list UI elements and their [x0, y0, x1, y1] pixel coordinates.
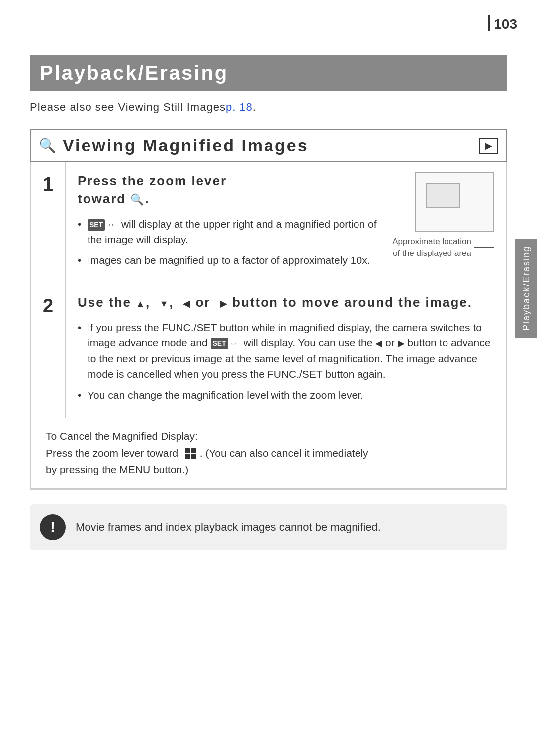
set-badge-2: SET↔: [211, 338, 238, 350]
step-2-bullets: If you press the FUNC./SET button while …: [78, 320, 494, 403]
step-1-bullets: SET↔ will display at the upper right and…: [78, 216, 382, 268]
page-number-bar: [488, 15, 490, 31]
intro-static: Please also see Viewing Still Images: [30, 101, 226, 113]
step-2-bullet-1: If you press the FUNC./SET button while …: [78, 320, 494, 382]
page-container: 103 Playback/Erasing Playback/Erasing Pl…: [0, 0, 537, 756]
cancel-line-3: by pressing the MENU button.): [46, 464, 188, 475]
step-1-text: Press the zoom levertoward 🔍. SET↔ will …: [78, 172, 382, 273]
arrow-right-icon: [220, 295, 228, 310]
step-2-row: 2 Use the , , or button to move around t…: [31, 283, 506, 418]
step-2-bullet-2: You can change the magnification level w…: [78, 387, 494, 403]
zoom-in-symbol: 🔍: [130, 192, 145, 208]
cancel-text-part1: Press the zoom lever toward: [46, 447, 178, 459]
cancel-line-1: To Cancel the Magnified Display:: [46, 428, 491, 445]
arrow-down-icon: [160, 295, 170, 310]
section-title-text: Viewing Magnified Images: [63, 136, 309, 155]
cancel-text-part2: . (You can also cancel it immediately: [200, 447, 368, 459]
magnify-icon: 🔍: [39, 137, 58, 154]
diagram-box: [415, 172, 494, 232]
diagram-arrow-line: [474, 247, 494, 248]
step-2-content: Use the , , or button to move around the…: [66, 283, 506, 418]
diagram-label: Approximate location of the displayed ar…: [392, 236, 471, 259]
step-1-row: 1 Press the zoom levertoward 🔍. SET↔: [31, 162, 506, 283]
main-title-bar: Playback/Erasing: [30, 55, 507, 91]
diagram-inner-box: [426, 183, 460, 208]
steps-container: 1 Press the zoom levertoward 🔍. SET↔: [30, 162, 507, 490]
intro-suffix: .: [253, 101, 256, 113]
arrow-up-icon: [136, 295, 146, 310]
arrow-left-icon-2: [375, 337, 382, 348]
step-1-diagram: Approximate location of the displayed ar…: [392, 172, 494, 259]
warning-text: Movie frames and index playback images c…: [76, 519, 381, 535]
cancel-line-2: Press the zoom lever toward . (You can a…: [46, 445, 491, 478]
section-title: 🔍 Viewing Magnified Images: [39, 136, 309, 155]
step-1-title: Press the zoom levertoward 🔍.: [78, 172, 382, 208]
warning-icon: !: [40, 514, 66, 540]
grid-icon-inline: [185, 448, 196, 459]
diagram-line: Approximate location of the displayed ar…: [392, 236, 494, 259]
page-number-area: 103: [488, 15, 537, 31]
intro-link[interactable]: p. 18: [226, 101, 253, 113]
page-number: 103: [494, 15, 537, 31]
step-1-number: 1: [31, 162, 66, 283]
step-2-title: Use the , , or button to move around the…: [78, 293, 494, 311]
warning-box: ! Movie frames and index playback images…: [30, 504, 507, 550]
step-1-bullet-2: Images can be magnified up to a factor o…: [78, 252, 382, 268]
main-title: Playback/Erasing: [40, 62, 497, 84]
side-tab: Playback/Erasing: [515, 239, 537, 338]
step-1-bullet-1: SET↔ will display at the upper right and…: [78, 216, 382, 248]
cancel-section: To Cancel the Magnified Display: Press t…: [31, 418, 506, 489]
step-1-content-area: Press the zoom levertoward 🔍. SET↔ will …: [78, 172, 494, 273]
arrow-right-icon-2: [398, 337, 405, 348]
section-header: 🔍 Viewing Magnified Images ▶: [30, 129, 507, 162]
step-1-content: Press the zoom levertoward 🔍. SET↔ will …: [66, 162, 506, 283]
side-tab-label: Playback/Erasing: [521, 246, 532, 331]
arrow-left-icon: [183, 295, 191, 310]
playback-mode-icon: ▶: [479, 138, 498, 154]
step-2-number: 2: [31, 283, 66, 418]
intro-text: Please also see Viewing Still Imagesp. 1…: [30, 101, 507, 114]
set-badge-1: SET↔: [88, 218, 115, 232]
